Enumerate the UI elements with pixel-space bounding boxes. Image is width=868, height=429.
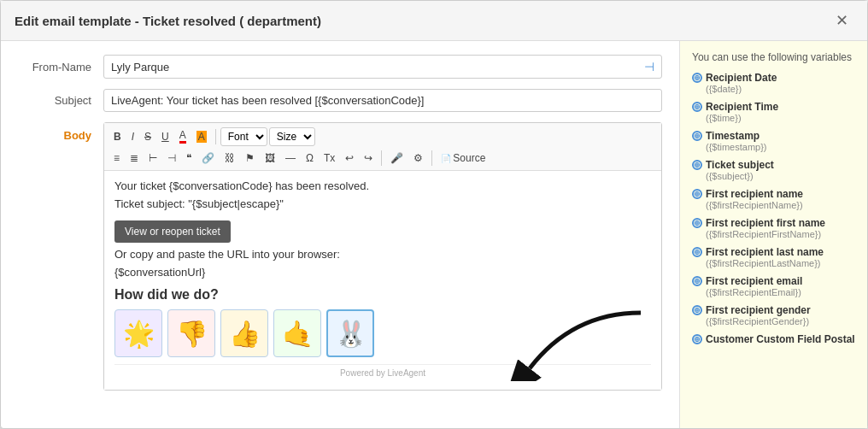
editor-line-1: Your ticket {$conversationCode} has been… xyxy=(114,179,651,192)
close-button[interactable]: ✕ xyxy=(830,9,853,32)
toolbar-row-1: B I S U A A Font Size xyxy=(109,126,656,146)
modal: Edit email template - Ticket resolved ( … xyxy=(0,0,868,429)
emoji-2: 👎 xyxy=(167,309,215,357)
from-name-wrapper: ⊣ xyxy=(103,55,662,79)
size-select[interactable]: Size xyxy=(269,127,315,146)
variable-item: ⊕ Recipient Date ({$date}) xyxy=(692,72,855,94)
var-icon-8: ⊕ xyxy=(692,305,702,315)
var-code-8: ({$firstRecipientGender}) xyxy=(692,316,855,326)
form-area: From-Name ⊣ Subject Body B xyxy=(1,41,679,428)
from-name-label: From-Name xyxy=(18,61,103,73)
merge-icon[interactable]: ⊣ xyxy=(644,60,654,73)
view-ticket-button[interactable]: View or reopen ticket xyxy=(114,220,231,243)
ul-button[interactable]: ≣ xyxy=(126,150,143,167)
sidebar-title: You can use the following variables xyxy=(692,51,855,63)
variable-item: ⊕ First recipient name ({$firstRecipient… xyxy=(692,188,855,210)
var-icon-3: ⊕ xyxy=(692,160,702,170)
var-name-3[interactable]: ⊕ Ticket subject xyxy=(692,159,855,171)
underline-button[interactable]: U xyxy=(157,128,173,145)
var-name-4[interactable]: ⊕ First recipient name xyxy=(692,188,855,200)
from-name-input[interactable] xyxy=(111,61,644,73)
var-code-5: ({$firstRecipientFirstName}) xyxy=(692,229,855,239)
font-select[interactable]: Font xyxy=(220,127,267,146)
undo-button[interactable]: ↩ xyxy=(341,150,358,167)
indent-button[interactable]: ⊣ xyxy=(163,150,180,167)
variable-item: ⊕ First recipient gender ({$firstRecipie… xyxy=(692,304,855,326)
sidebar: You can use the following variables ⊕ Re… xyxy=(679,41,867,428)
powered-by: Powered by LiveAgent xyxy=(114,364,651,381)
code-button[interactable]: ⚙ xyxy=(409,150,427,167)
emoji-row: 🌟 👎 👍 🤙 xyxy=(114,309,651,357)
variable-item: ⊕ Timestamp ({$timestamp}) xyxy=(692,130,855,152)
toolbar-divider-1 xyxy=(215,129,216,144)
toolbar: B I S U A A Font Size xyxy=(104,123,661,171)
unlink-button[interactable]: ⛓ xyxy=(220,150,239,167)
special-char-button[interactable]: Ω xyxy=(302,150,318,167)
var-icon-9: ⊕ xyxy=(692,334,702,344)
italic-button[interactable]: I xyxy=(127,128,138,145)
modal-title: Edit email template - Ticket resolved ( … xyxy=(15,14,321,28)
var-icon-0: ⊕ xyxy=(692,73,702,83)
body-label: Body xyxy=(18,122,103,142)
emoji-1: 🌟 xyxy=(114,309,162,357)
microphone-button[interactable]: 🎤 xyxy=(386,150,408,167)
hr-button[interactable]: — xyxy=(281,150,300,167)
link-button[interactable]: 🔗 xyxy=(197,150,219,167)
var-name-8[interactable]: ⊕ First recipient gender xyxy=(692,304,855,316)
highlight-button[interactable]: A xyxy=(192,128,211,145)
outdent-button[interactable]: ⊢ xyxy=(144,150,161,167)
var-name-5[interactable]: ⊕ First recipient first name xyxy=(692,217,855,229)
var-icon-7: ⊕ xyxy=(692,276,702,286)
var-code-6: ({$firstRecipientLastName}) xyxy=(692,258,855,268)
toolbar-row-2: ≡ ≣ ⊢ ⊣ ❝ 🔗 ⛓ ⚑ 🖼 — Ω Tx ↩ xyxy=(109,150,656,167)
rating-section: How did we do? 🌟 👎 👍 xyxy=(114,287,651,357)
var-icon-4: ⊕ xyxy=(692,189,702,199)
var-name-7[interactable]: ⊕ First recipient email xyxy=(692,275,855,287)
emoji-3: 👍 xyxy=(220,309,268,357)
clear-format-button[interactable]: Tx xyxy=(320,150,339,167)
var-code-3: ({$subject}) xyxy=(692,171,855,181)
variable-item: ⊕ First recipient email ({$firstRecipien… xyxy=(692,275,855,297)
var-code-2: ({$timestamp}) xyxy=(692,142,855,152)
bold-button[interactable]: B xyxy=(109,128,126,145)
source-button[interactable]: 📄 Source xyxy=(437,150,490,167)
variable-item: ⊕ Ticket subject ({$subject}) xyxy=(692,159,855,181)
from-name-row: From-Name ⊣ xyxy=(18,55,662,79)
modal-header: Edit email template - Ticket resolved ( … xyxy=(1,1,867,41)
modal-body: From-Name ⊣ Subject Body B xyxy=(1,41,867,428)
variable-item: ⊕ Recipient Time ({$time}) xyxy=(692,101,855,123)
redo-button[interactable]: ↪ xyxy=(360,150,377,167)
rating-heading: How did we do? xyxy=(114,287,651,303)
blockquote-button[interactable]: ❝ xyxy=(182,150,196,167)
variable-item: ⊕ First recipient first name ({$firstRec… xyxy=(692,217,855,239)
variable-list: ⊕ Recipient Date ({$date}) ⊕ Recipient T… xyxy=(692,72,855,345)
var-icon-2: ⊕ xyxy=(692,131,702,141)
var-code-1: ({$time}) xyxy=(692,113,855,123)
var-name-1[interactable]: ⊕ Recipient Time xyxy=(692,101,855,113)
var-name-9[interactable]: ⊕ Customer Custom Field Postal xyxy=(692,333,855,345)
font-color-button[interactable]: A xyxy=(175,126,191,146)
variable-item: ⊕ Customer Custom Field Postal xyxy=(692,333,855,345)
image-button[interactable]: 🖼 xyxy=(261,150,279,167)
subject-label: Subject xyxy=(18,94,103,107)
subject-input[interactable] xyxy=(103,89,662,112)
emoji-5: 🐰 xyxy=(326,309,374,357)
toolbar-divider-3 xyxy=(431,150,432,166)
var-name-6[interactable]: ⊕ First recipient last name xyxy=(692,246,855,258)
var-name-0[interactable]: ⊕ Recipient Date xyxy=(692,72,855,84)
var-code-7: ({$firstRecipientEmail}) xyxy=(692,287,855,297)
subject-row: Subject xyxy=(18,89,662,112)
var-name-2[interactable]: ⊕ Timestamp xyxy=(692,130,855,142)
body-row: Body B I S U A A Font xyxy=(18,122,662,391)
view-ticket-btn-wrapper: View or reopen ticket xyxy=(114,215,651,248)
var-icon-1: ⊕ xyxy=(692,102,702,112)
strikethrough-button[interactable]: S xyxy=(140,128,155,145)
editor-line-2: Ticket subject: "{$subject|escape}" xyxy=(114,197,651,210)
editor-line-3: Or copy and paste the URL into your brow… xyxy=(114,248,651,261)
editor-line-4: {$conversationUrl} xyxy=(114,266,651,279)
ol-button[interactable]: ≡ xyxy=(109,150,124,167)
editor-wrapper: B I S U A A Font Size xyxy=(103,122,662,391)
toolbar-divider-2 xyxy=(381,150,382,166)
editor-content[interactable]: Your ticket {$conversationCode} has been… xyxy=(104,171,661,390)
flag-button[interactable]: ⚑ xyxy=(241,150,259,167)
